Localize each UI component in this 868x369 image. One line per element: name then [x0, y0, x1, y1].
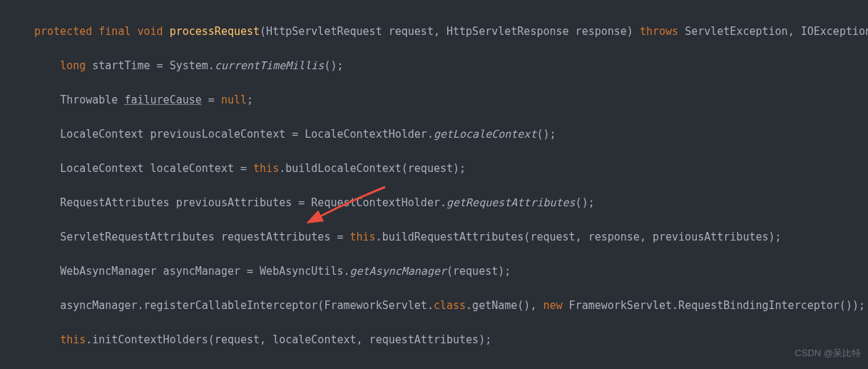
keyword-this: this — [350, 231, 376, 243]
code-line: Throwable failureCause = null; — [34, 91, 868, 108]
code-text: RequestAttributes previousAttributes = R… — [60, 196, 446, 209]
code-line: LocaleContext previousLocaleContext = Lo… — [34, 126, 868, 143]
code-line: LocaleContext localeContext = this.build… — [34, 160, 868, 177]
code-line: this.initContextHolders(request, localeC… — [34, 331, 868, 348]
keyword-void: void — [138, 25, 163, 38]
code-line: long startTime = System.currentTimeMilli… — [34, 57, 868, 74]
code-text: WebAsyncManager asyncManager = WebAsyncU… — [60, 265, 349, 278]
code-text: startTime = System. — [86, 59, 215, 72]
code-text: asyncManager.registerCallableInterceptor… — [60, 299, 434, 312]
keyword-long: long — [60, 59, 86, 72]
keyword-throws: throws — [640, 25, 678, 38]
variable: failureCause — [124, 93, 201, 106]
code-text: .buildRequestAttributes(request, respons… — [376, 231, 782, 243]
params: (HttpServletRequest request, HttpServlet… — [260, 25, 640, 38]
code-text: .buildLocaleContext(request); — [279, 162, 466, 175]
method-name: processRequest — [170, 25, 260, 38]
semi: ; — [247, 93, 253, 106]
keyword-final: final — [98, 25, 131, 38]
code-line: WebAsyncManager asyncManager = WebAsyncU… — [34, 263, 868, 280]
code-text: LocaleContext previousLocaleContext = Lo… — [60, 128, 434, 141]
keyword-protected: protected — [34, 25, 92, 38]
code-text: (); — [576, 196, 595, 209]
code-text: = — [202, 93, 221, 106]
static-method: getRequestAttributes — [446, 196, 576, 209]
keyword-this: this — [60, 333, 86, 346]
keyword-this: this — [253, 162, 279, 175]
keyword-null: null — [221, 93, 247, 106]
code-editor: protected final void processRequest(Http… — [0, 0, 868, 369]
code-text: LocaleContext localeContext = — [60, 162, 253, 175]
code-line: protected final void processRequest(Http… — [34, 23, 868, 40]
exceptions: ServletException, IOException — [678, 25, 868, 38]
static-method: getAsyncManager — [350, 265, 446, 278]
code-text: (); — [536, 128, 556, 141]
code-line: ServletRequestAttributes requestAttribut… — [34, 228, 868, 246]
code-text: (); — [324, 59, 343, 72]
watermark: CSDN @呆比特 — [795, 345, 861, 362]
keyword-class: class — [434, 299, 466, 312]
code-text: .initContextHolders(request, localeConte… — [86, 333, 491, 346]
type: Throwable — [60, 93, 124, 106]
code-text: .getName(), — [466, 299, 543, 312]
code-line: RequestAttributes previousAttributes = R… — [34, 194, 868, 211]
code-text: ServletRequestAttributes requestAttribut… — [60, 231, 349, 243]
code-line: asyncManager.registerCallableInterceptor… — [34, 297, 868, 314]
static-method: currentTimeMillis — [215, 59, 325, 72]
keyword-new: new — [543, 299, 562, 312]
static-method: getLocaleContext — [434, 128, 537, 141]
annotation-line: 在这个方法中，上边这些代码都是初始化获取值的，核心是调用了本类的doServic… — [34, 365, 868, 369]
code-text: FrameworkServlet.RequestBindingIntercept… — [563, 299, 865, 312]
code-text: (request); — [446, 265, 511, 278]
